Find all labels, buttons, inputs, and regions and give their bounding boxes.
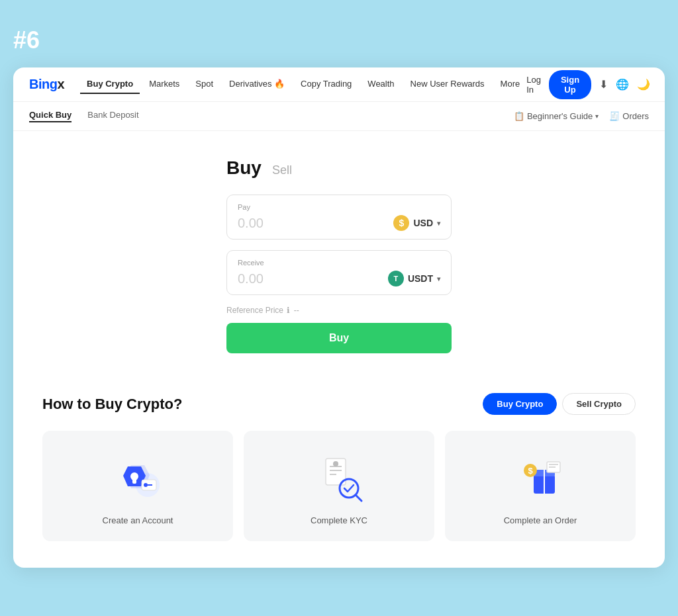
globe-icon[interactable]: 🌐 (616, 78, 629, 91)
sell-crypto-toggle[interactable]: Sell Crypto (562, 393, 636, 415)
how-to-section: How to Buy Crypto? Buy Crypto Sell Crypt… (29, 393, 649, 541)
buy-sell-header: Buy Sell (226, 157, 452, 179)
buy-title: Buy (226, 157, 262, 179)
create-account-label: Create an Account (103, 515, 173, 525)
receive-field: Receive T USDT ▾ (226, 250, 452, 295)
receive-label: Receive (238, 259, 440, 267)
browser-window: Bingx Buy Crypto Markets Spot Derivative… (13, 67, 665, 568)
complete-kyc-label: Complete KYC (311, 515, 367, 525)
signup-button[interactable]: Sign Up (549, 70, 591, 99)
login-button[interactable]: Log In (526, 75, 541, 95)
navbar: Bingx Buy Crypto Markets Spot Derivative… (13, 67, 665, 102)
svg-point-10 (333, 461, 338, 466)
orders-label: Orders (622, 111, 649, 121)
sub-nav: Quick Buy Bank Deposit 📋 Beginner's Guid… (13, 102, 665, 131)
orders-button[interactable]: 🧾 Orders (609, 111, 649, 121)
buy-button[interactable]: Buy (226, 323, 452, 353)
sub-nav-quick-buy[interactable]: Quick Buy (29, 110, 72, 122)
svg-rect-2 (132, 478, 136, 484)
nav-derivatives-label: Derivatives (229, 79, 271, 89)
pay-label: Pay (238, 203, 440, 211)
nav-buy-crypto[interactable]: Buy Crypto (80, 75, 140, 94)
pay-chevron-icon: ▾ (437, 220, 440, 227)
receive-currency-label: USDT (408, 273, 433, 284)
logo: Bingx (29, 77, 64, 92)
pay-input-row: $ USD ▾ (238, 215, 440, 231)
svg-text:$: $ (528, 466, 533, 476)
usd-icon: $ (393, 215, 409, 231)
reference-price: Reference Price ℹ -- (226, 306, 452, 315)
main-content: Buy Sell Pay $ USD ▾ (13, 131, 665, 568)
kyc-icon (313, 452, 365, 505)
complete-kyc-card: Complete KYC (244, 431, 434, 541)
nav-new-user-rewards[interactable]: New User Rewards (404, 75, 491, 94)
guide-icon: 📋 (514, 111, 524, 121)
dark-mode-icon[interactable]: 🌙 (637, 78, 650, 91)
nav-more[interactable]: More (494, 75, 527, 94)
nav-spot[interactable]: Spot (189, 75, 220, 94)
buy-sell-section: Buy Sell Pay $ USD ▾ (226, 157, 452, 353)
receive-input[interactable] (238, 271, 317, 286)
receive-input-row: T USDT ▾ (238, 271, 440, 286)
nav-wealth[interactable]: Wealth (361, 75, 401, 94)
complete-order-card: $ Complete an Order (445, 431, 636, 541)
reference-price-value: -- (294, 306, 299, 315)
sub-nav-bank-deposit[interactable]: Bank Deposit (87, 110, 138, 122)
pay-currency-label: USD (413, 218, 433, 228)
how-to-header: How to Buy Crypto? Buy Crypto Sell Crypt… (42, 393, 636, 415)
sell-title[interactable]: Sell (272, 163, 292, 177)
svg-point-4 (144, 483, 148, 487)
how-to-title: How to Buy Crypto? (42, 396, 182, 413)
beginners-guide-button[interactable]: 📋 Beginner's Guide ▾ (514, 111, 599, 121)
receive-chevron-icon: ▾ (437, 275, 440, 283)
buy-crypto-toggle[interactable]: Buy Crypto (483, 393, 557, 415)
page-number: #6 (13, 26, 665, 54)
svg-line-12 (356, 495, 362, 501)
orders-icon: 🧾 (609, 111, 620, 121)
create-account-icon (111, 452, 164, 505)
info-icon: ℹ (287, 306, 290, 315)
nav-right: Log In Sign Up ⬇ 🌐 🌙 (526, 70, 650, 99)
how-to-cards: Create an Account (42, 431, 636, 541)
pay-currency-selector[interactable]: $ USD ▾ (393, 215, 440, 231)
nav-markets[interactable]: Markets (142, 75, 186, 94)
sub-nav-left: Quick Buy Bank Deposit (29, 110, 139, 122)
pay-field: Pay $ USD ▾ (226, 195, 452, 240)
create-account-card: Create an Account (42, 431, 233, 541)
pay-input[interactable] (238, 216, 317, 231)
guide-label: Beginner's Guide (527, 111, 593, 121)
logo-black: x (57, 77, 64, 91)
nav-copy-trading[interactable]: Copy Trading (294, 75, 358, 94)
receive-currency-selector[interactable]: T USDT ▾ (388, 271, 440, 286)
download-icon[interactable]: ⬇ (599, 78, 608, 91)
sub-nav-right: 📋 Beginner's Guide ▾ 🧾 Orders (514, 111, 649, 121)
complete-order-label: Complete an Order (504, 515, 577, 525)
toggle-buttons: Buy Crypto Sell Crypto (483, 393, 636, 415)
chevron-down-icon: ▾ (595, 112, 599, 120)
usdt-icon: T (388, 271, 404, 286)
nav-derivatives[interactable]: Derivatives 🔥 (222, 75, 291, 94)
logo-blue: Bing (29, 77, 57, 91)
nav-links: Buy Crypto Markets Spot Derivatives 🔥 Co… (80, 75, 526, 94)
reference-price-label: Reference Price (226, 306, 283, 315)
order-icon: $ (514, 452, 567, 505)
fire-icon: 🔥 (274, 79, 285, 89)
